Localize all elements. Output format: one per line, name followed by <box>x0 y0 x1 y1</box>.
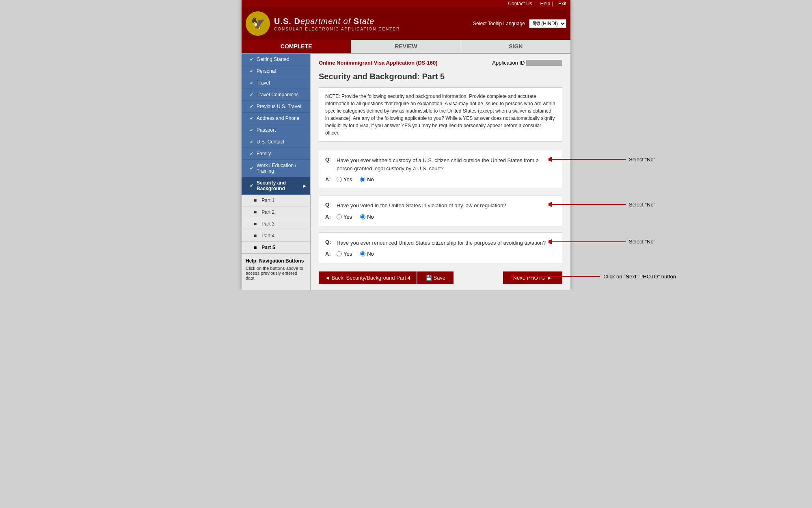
annotation-q1: Select “No” <box>549 154 655 164</box>
sidebar-subitem-part5[interactable]: ■ Part 5 <box>242 242 310 254</box>
sidebar: ✔ Getting Started ✔ Personal ✔ Travel ✔ … <box>242 54 311 290</box>
form-title: Online Nonimmigrant Visa Application (DS… <box>319 60 438 66</box>
annotation-q1-text: Select “No” <box>629 156 655 163</box>
answer-row-3: A: Yes No <box>325 251 556 257</box>
answer-row-1: A: Yes No <box>325 176 556 182</box>
main-content: Online Nonimmigrant Visa Application (DS… <box>311 54 570 290</box>
check-icon: ✔ <box>250 139 253 145</box>
q1-yes-label: Yes <box>343 176 352 182</box>
expand-arrow-icon: ▶ <box>303 184 306 188</box>
help-title: Help: Navigation Buttons <box>246 258 306 264</box>
check-icon: ✔ <box>250 104 253 109</box>
sidebar-item-travel[interactable]: ✔ Travel <box>242 77 310 89</box>
q3-label: Q: <box>325 239 333 247</box>
check-icon: ✔ <box>250 92 253 98</box>
a1-label: A: <box>325 176 333 182</box>
sidebar-item-previous-us-travel[interactable]: ✔ Previous U.S. Travel <box>242 101 310 113</box>
q1-text: Have you ever withheld custody of a U.S.… <box>337 156 556 172</box>
save-button[interactable]: 💾 Save <box>417 271 454 284</box>
app-id-value <box>526 60 562 66</box>
arrow-svg-next <box>511 271 600 281</box>
q2-yes-option[interactable]: Yes <box>337 214 352 220</box>
question-block-2: Q: Have you voted in the United States i… <box>319 195 562 226</box>
annotation-q3-text: Select “No” <box>629 239 655 245</box>
radio-group-2: Yes No <box>337 214 374 220</box>
check-icon: ✔ <box>250 69 253 74</box>
q3-no-option[interactable]: No <box>360 251 374 257</box>
app-id-label: Application ID <box>492 60 525 66</box>
q1-yes-option[interactable]: Yes <box>337 176 352 182</box>
sidebar-subitem-part2[interactable]: ■ Part 2 <box>242 206 310 218</box>
annotation-next-btn: Click on "Next: PHOTO" button <box>511 271 676 281</box>
q1-no-option[interactable]: No <box>360 176 374 182</box>
q3-yes-label: Yes <box>343 251 352 257</box>
app-id-area: Application ID <box>492 60 562 66</box>
sidebar-subitem-part4[interactable]: ■ Part 4 <box>242 230 310 242</box>
q2-no-label: No <box>367 214 374 220</box>
language-dropdown[interactable]: हिंदी (HINDI) <box>529 19 566 28</box>
q2-yes-radio[interactable] <box>337 214 342 219</box>
check-icon: ✔ <box>250 166 253 171</box>
check-icon: ✔ <box>250 151 253 156</box>
q3-yes-option[interactable]: Yes <box>337 251 352 257</box>
q3-yes-radio[interactable] <box>337 251 342 256</box>
contact-us-link[interactable]: Contact Us <box>508 1 532 7</box>
q1-no-radio[interactable] <box>360 177 365 182</box>
back-button[interactable]: ◄ Back: Security/Background Part 4 <box>319 271 417 284</box>
help-link[interactable]: Help <box>540 1 551 7</box>
q2-label: Q: <box>325 202 333 210</box>
sidebar-item-travel-companions[interactable]: ✔ Travel Companions <box>242 89 310 101</box>
page-title: Security and Background: Part 5 <box>319 72 562 81</box>
a2-label: A: <box>325 214 333 220</box>
help-box: Help: Navigation Buttons Click on the bu… <box>242 254 310 284</box>
sidebar-item-security-background[interactable]: ✔ Security and Background ▶ <box>242 177 310 195</box>
q1-yes-radio[interactable] <box>337 177 342 182</box>
arrow-svg-q2 <box>549 200 626 209</box>
sidebar-item-us-contact[interactable]: ✔ U.S. Contact <box>242 136 310 148</box>
bullet-icon: ■ <box>254 233 257 239</box>
annotation-q2: Select “No” <box>549 200 655 209</box>
q2-text: Have you voted in the United States in v… <box>337 202 556 210</box>
sidebar-item-family[interactable]: ✔ Family <box>242 148 310 160</box>
question-row-2: Q: Have you voted in the United States i… <box>325 202 556 210</box>
radio-group-1: Yes No <box>337 176 374 182</box>
sidebar-item-work-education[interactable]: ✔ Work / Education / Training <box>242 160 310 177</box>
sidebar-item-getting-started[interactable]: ✔ Getting Started <box>242 54 310 65</box>
top-nav-bar: Contact Us | Help | Exit <box>242 0 570 7</box>
check-icon: ✔ <box>250 57 253 62</box>
sidebar-item-address-phone[interactable]: ✔ Address and Phone <box>242 113 310 124</box>
bullet-icon: ■ <box>254 209 257 215</box>
q3-no-label: No <box>367 251 374 257</box>
q1-no-label: No <box>367 176 374 182</box>
annotation-q3: Select “No” <box>549 237 655 247</box>
agency-seal: 🦅 <box>246 11 270 36</box>
agency-subtitle: CONSULAR ELECTRONIC APPLICATION CENTER <box>274 26 400 32</box>
tab-review[interactable]: REVIEW <box>351 40 460 53</box>
q2-yes-label: Yes <box>343 214 352 220</box>
tab-sign[interactable]: SIGN <box>461 40 570 53</box>
question-block-1: Q: Have you ever withheld custody of a U… <box>319 150 562 189</box>
agency-branding: 🦅 U.S. Department of State CONSULAR ELEC… <box>246 11 400 36</box>
bullet-icon: ■ <box>254 198 257 203</box>
bottom-nav-area: ◄ Back: Security/Background Part 4 💾 Sav… <box>319 271 562 284</box>
sidebar-item-personal[interactable]: ✔ Personal <box>242 65 310 77</box>
annotation-q2-text: Select “No” <box>629 202 655 208</box>
tab-bar: COMPLETE REVIEW SIGN <box>242 40 570 54</box>
q1-label: Q: <box>325 156 333 172</box>
help-text: Click on the buttons above to access pre… <box>246 266 306 280</box>
header: 🦅 U.S. Department of State CONSULAR ELEC… <box>242 7 570 40</box>
agency-name: U.S. Department of State CONSULAR ELECTR… <box>274 16 400 32</box>
sidebar-item-passport[interactable]: ✔ Passport <box>242 124 310 136</box>
arrow-svg-q1 <box>549 154 626 164</box>
exit-link[interactable]: Exit <box>558 1 566 7</box>
agency-dept: U.S. Department of State <box>274 16 400 26</box>
q2-no-radio[interactable] <box>360 214 365 219</box>
sidebar-subitem-part1[interactable]: ■ Part 1 <box>242 195 310 206</box>
check-icon: ✔ <box>250 183 253 189</box>
bullet-icon: ■ <box>254 245 257 250</box>
q2-no-option[interactable]: No <box>360 214 374 220</box>
sidebar-subitem-part3[interactable]: ■ Part 3 <box>242 218 310 230</box>
bullet-icon: ■ <box>254 221 257 227</box>
tab-complete[interactable]: COMPLETE <box>242 40 351 53</box>
q3-no-radio[interactable] <box>360 251 365 256</box>
